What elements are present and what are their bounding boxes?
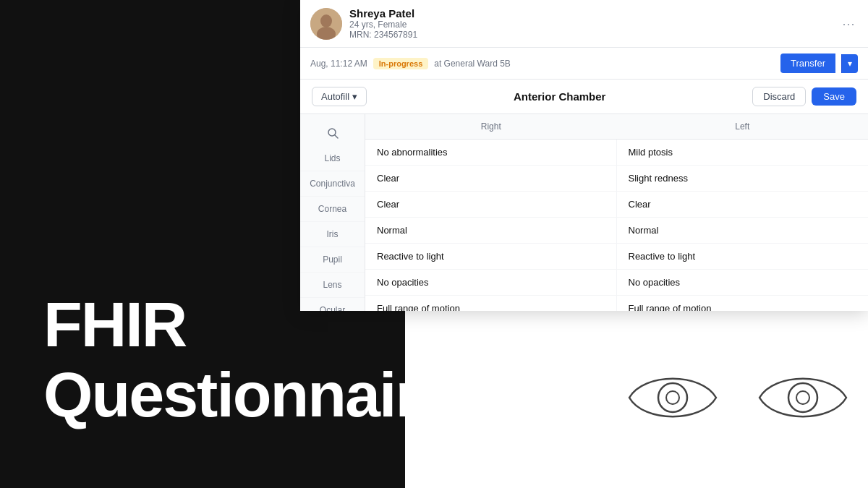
cell-left[interactable]: Full range of motion bbox=[617, 296, 869, 311]
cell-right[interactable]: Full range of motion bbox=[365, 296, 617, 311]
svg-point-5 bbox=[320, 14, 332, 27]
table-area: Right Left No abnormalities Mild ptosis … bbox=[365, 114, 868, 311]
table-row[interactable]: Full range of motion Full range of motio… bbox=[365, 296, 868, 311]
table-row[interactable]: Normal Normal bbox=[365, 218, 868, 244]
transfer-button[interactable]: Transfer bbox=[780, 53, 835, 73]
cell-right[interactable]: No abnormalities bbox=[365, 140, 617, 165]
svg-point-3 bbox=[796, 391, 809, 404]
svg-point-1 bbox=[666, 391, 679, 404]
cell-left[interactable]: Clear bbox=[617, 192, 869, 217]
sidebar-item-lids[interactable]: Lids bbox=[300, 146, 365, 171]
sidebar-item-pupil[interactable]: Pupil bbox=[300, 247, 365, 273]
autofill-chevron-icon: ▾ bbox=[352, 91, 357, 102]
cell-left[interactable]: Normal bbox=[617, 218, 869, 243]
eye-illustrations bbox=[622, 365, 854, 430]
form-title: Anterior Chamber bbox=[514, 90, 606, 103]
cell-left[interactable]: Mild ptosis bbox=[617, 140, 869, 165]
save-button[interactable]: Save bbox=[812, 87, 856, 106]
col-header-left: Left bbox=[617, 119, 869, 134]
discard-button[interactable]: Discard bbox=[752, 87, 806, 106]
main-content: Lids Conjunctiva Cornea Iris Pupil Lens … bbox=[300, 114, 868, 311]
header-actions: Discard Save bbox=[752, 87, 856, 106]
svg-point-2 bbox=[788, 383, 817, 412]
svg-point-0 bbox=[658, 383, 687, 412]
sidebar-item-conjunctiva[interactable]: Conjunctiva bbox=[300, 171, 365, 197]
patient-name: Shreya Patel bbox=[349, 7, 832, 20]
cell-right[interactable]: Normal bbox=[365, 218, 617, 243]
search-icon bbox=[327, 127, 339, 139]
table-header: Right Left bbox=[365, 114, 868, 140]
patient-age-gender: 24 yrs, Female bbox=[349, 20, 832, 30]
table-body: No abnormalities Mild ptosis Clear Sligh… bbox=[365, 140, 868, 311]
patient-mrn: MRN: 234567891 bbox=[349, 30, 832, 40]
cell-right[interactable]: Clear bbox=[365, 166, 617, 191]
table-row[interactable]: Clear Slight redness bbox=[365, 166, 868, 192]
cell-left[interactable]: Reactive to light bbox=[617, 244, 869, 269]
table-row[interactable]: Clear Clear bbox=[365, 192, 868, 218]
sidebar-item-lens[interactable]: Lens bbox=[300, 273, 365, 298]
cell-right[interactable]: Clear bbox=[365, 192, 617, 217]
table-row[interactable]: Reactive to light Reactive to light bbox=[365, 244, 868, 270]
cell-right[interactable]: No opacities bbox=[365, 270, 617, 295]
avatar bbox=[310, 8, 342, 40]
sidebar-item-iris[interactable]: Iris bbox=[300, 222, 365, 247]
location: at General Ward 5B bbox=[434, 59, 511, 69]
patient-header: Shreya Patel 24 yrs, Female MRN: 2345678… bbox=[300, 0, 868, 48]
cell-left[interactable]: No opacities bbox=[617, 270, 869, 295]
form-header: Autofill ▾ Anterior Chamber Discard Save bbox=[300, 80, 868, 114]
ui-panel: Shreya Patel 24 yrs, Female MRN: 2345678… bbox=[300, 0, 868, 311]
patient-info: Shreya Patel 24 yrs, Female MRN: 2345678… bbox=[349, 7, 832, 40]
table-row[interactable]: No opacities No opacities bbox=[365, 270, 868, 296]
autofill-label: Autofill bbox=[321, 91, 349, 102]
svg-line-8 bbox=[335, 135, 338, 138]
status-badge: In-progress bbox=[373, 58, 429, 69]
sidebar-item-cornea[interactable]: Cornea bbox=[300, 197, 365, 222]
left-eye-icon bbox=[752, 365, 854, 430]
search-icon-wrap[interactable] bbox=[300, 120, 365, 146]
sidebar: Lids Conjunctiva Cornea Iris Pupil Lens … bbox=[300, 114, 365, 311]
more-options-icon[interactable]: ⋯ bbox=[839, 13, 858, 35]
autofill-button[interactable]: Autofill ▾ bbox=[312, 87, 367, 106]
timestamp: Aug, 11:12 AM bbox=[310, 59, 367, 69]
sidebar-item-ocular-movement[interactable]: Ocular Movement bbox=[300, 298, 365, 311]
fhir-subtitle: Questionnaire bbox=[43, 360, 453, 430]
col-header-right: Right bbox=[365, 119, 617, 134]
transfer-dropdown-button[interactable]: ▾ bbox=[841, 54, 858, 73]
cell-left[interactable]: Slight redness bbox=[617, 166, 869, 191]
action-bar: Aug, 11:12 AM In-progress at General War… bbox=[300, 48, 868, 80]
avatar-image bbox=[310, 8, 342, 40]
table-row[interactable]: No abnormalities Mild ptosis bbox=[365, 140, 868, 166]
fhir-questionnaire-text: FHIR Questionnaire bbox=[43, 290, 453, 430]
cell-right[interactable]: Reactive to light bbox=[365, 244, 617, 269]
right-eye-icon bbox=[622, 365, 723, 430]
